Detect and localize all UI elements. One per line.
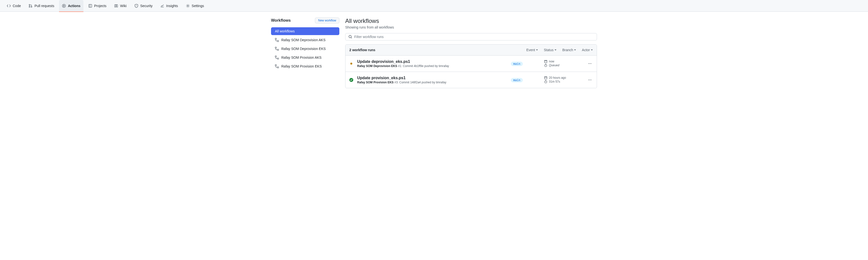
filter-branch[interactable]: Branch [562,48,576,52]
sidebar-item-workflow[interactable]: Rafay SOM Deprovision AKS [271,36,339,44]
tab-label: Wiki [120,4,126,8]
kebab-icon [588,62,592,66]
svg-point-23 [588,80,589,80]
stopwatch-icon [544,64,548,67]
sidebar-item-label: Rafay SOM Deprovision AKS [281,38,326,42]
tab-label: Settings [192,4,204,8]
page-subtitle: Showing runs from all workflows [345,25,597,29]
run-title: Update deprovision_eks.ps1 [357,60,507,64]
branch-col: main [511,78,540,82]
runs-header: 2 workflow runs Event Status Branch Acto… [345,45,597,55]
svg-point-14 [349,35,351,38]
sidebar: Workflows New workflow All workflows Raf… [271,17,339,88]
svg-rect-11 [277,58,279,59]
run-meta: Rafay SOM Deprovision EKS #1: Commit 4b1… [357,64,507,68]
time-col: now Queued [544,60,583,68]
sidebar-item-workflow[interactable]: Rafay SOM Provision EKS [271,62,339,70]
run-info: Update provision_eks.ps1 Rafay SOM Provi… [357,76,507,84]
caret-down-icon [574,49,576,50]
tab-security[interactable]: Security [131,0,156,12]
sidebar-item-workflow[interactable]: Rafay SOM Deprovision EKS [271,45,339,52]
git-pull-request-icon [29,4,32,8]
filter-input[interactable] [354,35,594,39]
svg-point-19 [591,63,592,64]
runs-filters: Event Status Branch Actor [526,48,593,52]
run-menu-button[interactable] [587,78,593,82]
branch-col: main [511,62,540,66]
tab-settings[interactable]: Settings [183,0,207,12]
svg-point-25 [591,80,592,80]
tab-label: Projects [94,4,106,8]
svg-point-3 [62,4,66,7]
run-row[interactable]: Update deprovision_eks.ps1 Rafay SOM Dep… [345,55,597,72]
run-meta: Rafay SOM Provision EKS #3: Commit 148f2… [357,81,507,84]
sidebar-item-workflow[interactable]: Rafay SOM Provision AKS [271,53,339,62]
workflow-icon [275,47,279,51]
sidebar-item-all-workflows[interactable]: All workflows [271,27,339,35]
filter-status[interactable]: Status [544,48,556,52]
svg-rect-21 [545,77,547,79]
runs-table: 2 workflow runs Event Status Branch Acto… [345,44,597,88]
svg-rect-15 [545,61,547,63]
svg-point-1 [29,6,30,7]
filter-actor[interactable]: Actor [582,48,593,52]
status-queued-icon [349,62,353,66]
sidebar-item-label: All workflows [275,29,295,33]
svg-rect-7 [277,40,279,42]
status-success-icon [349,78,353,82]
caret-down-icon [555,49,556,50]
project-icon [88,4,92,8]
caret-down-icon [591,49,593,50]
sidebar-item-label: Rafay SOM Provision AKS [281,55,321,60]
sidebar-item-label: Rafay SOM Provision EKS [281,64,322,68]
tab-code[interactable]: Code [4,0,24,12]
run-time: now [544,60,583,63]
code-icon [7,4,11,8]
shield-icon [134,4,138,8]
workflow-icon [275,64,279,68]
filter-event[interactable]: Event [526,48,538,52]
repo-nav: Code Pull requests Actions Projects Wiki… [0,0,868,12]
tab-projects[interactable]: Projects [85,0,110,12]
svg-rect-9 [277,49,279,50]
run-time: 20 hours ago [544,76,583,79]
svg-point-17 [588,63,589,64]
tab-label: Insights [166,4,178,8]
runs-count: 2 workflow runs [349,48,375,52]
new-workflow-button[interactable]: New workflow [315,17,339,24]
tab-label: Actions [68,4,80,8]
svg-point-5 [187,5,188,6]
main: All workflows Showing runs from all work… [345,17,597,88]
sidebar-header: Workflows New workflow [271,17,339,24]
content: Workflows New workflow All workflows Raf… [263,12,605,94]
tab-wiki[interactable]: Wiki [111,0,129,12]
tab-actions[interactable]: Actions [59,0,83,12]
time-col: 20 hours ago 31m 57s [544,76,583,84]
filter-input-wrap[interactable] [345,33,597,40]
page-title: All workflows [345,17,597,24]
run-info: Update deprovision_eks.ps1 Rafay SOM Dep… [357,60,507,68]
stopwatch-icon [544,80,548,83]
branch-badge[interactable]: main [511,62,523,66]
svg-rect-13 [277,67,279,68]
svg-rect-6 [275,38,276,39]
calendar-icon [544,60,548,63]
svg-point-2 [31,6,32,7]
run-menu-button[interactable] [587,62,593,66]
svg-rect-12 [275,65,276,66]
branch-badge[interactable]: main [511,78,523,82]
run-duration: 31m 57s [544,80,583,83]
sidebar-title: Workflows [271,18,291,23]
svg-rect-10 [275,56,276,57]
tab-pull-requests[interactable]: Pull requests [26,0,57,12]
run-row[interactable]: Update provision_eks.ps1 Rafay SOM Provi… [345,72,597,88]
tab-insights[interactable]: Insights [157,0,181,12]
tab-label: Security [140,4,153,8]
svg-point-18 [590,63,590,64]
run-duration: Queued [544,64,583,67]
workflow-icon [275,55,279,60]
workflow-icon [275,38,279,42]
svg-point-0 [29,4,30,5]
run-title: Update provision_eks.ps1 [357,76,507,80]
svg-rect-4 [89,4,92,7]
